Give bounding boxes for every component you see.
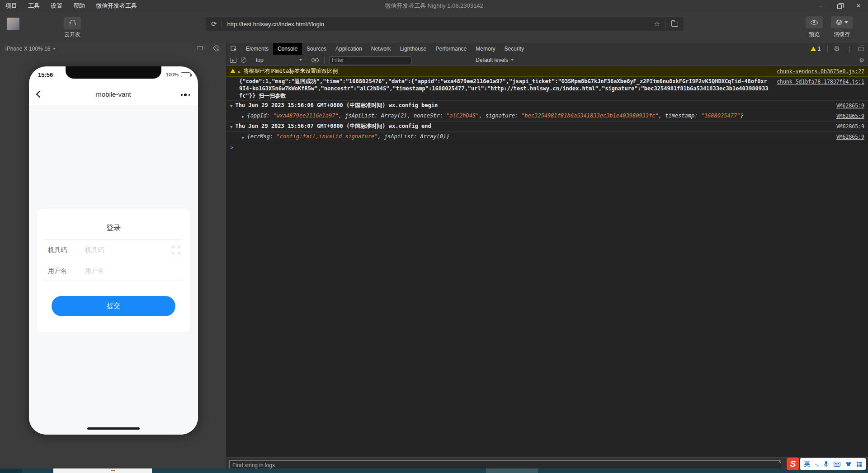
url-input[interactable]: http://test.hnlswy.cn/index.html#/login xyxy=(227,21,649,28)
divider xyxy=(306,56,306,64)
tab-sources[interactable]: Sources xyxy=(302,43,331,55)
keyboard-icon[interactable] xyxy=(834,462,840,467)
undock-icon[interactable] xyxy=(859,47,863,51)
folder-icon[interactable] xyxy=(671,22,678,27)
expand-arrow-icon[interactable]: ▶ xyxy=(238,68,241,75)
console-prompt-icon: > xyxy=(230,144,233,151)
console-settings-icon[interactable]: ⚙ xyxy=(859,57,864,64)
device-selector[interactable]: iPhone X 100% 16 xyxy=(5,46,56,52)
main-toolbar: 云开发 ⟳ http://test.hnlswy.cn/index.html#/… xyxy=(0,12,868,43)
menu-item[interactable]: 设置 xyxy=(45,0,68,12)
field-placeholder[interactable]: 机具码 xyxy=(85,246,104,254)
preview-button[interactable] xyxy=(806,16,823,28)
microphone-icon[interactable] xyxy=(824,461,829,467)
tab-memory[interactable]: Memory xyxy=(471,43,500,55)
strip-segment xyxy=(53,468,152,473)
close-button[interactable]: ✕ xyxy=(849,0,868,12)
layers-icon xyxy=(836,19,842,25)
expand-arrow-icon[interactable]: ▶ xyxy=(242,134,244,141)
menu-item[interactable]: 工具 xyxy=(23,0,45,12)
restore-icon xyxy=(837,5,842,9)
console-row-obj[interactable]: ▶{appId: "wxa4879ee2116e1a97", jsApiList… xyxy=(226,111,868,122)
execution-context-selector[interactable]: top xyxy=(252,57,306,63)
home-indicator[interactable] xyxy=(87,427,140,430)
console-row-obj[interactable]: ▶{errMsg: "config:fail,invalid signature… xyxy=(226,132,868,142)
source-link[interactable]: chunk-vendors.0b3675e0.js:27 xyxy=(777,67,864,75)
tab-console[interactable]: Console xyxy=(273,43,302,55)
source-link[interactable]: VM62865:9 xyxy=(836,133,864,140)
console-row-warning[interactable]: ▶将根据已有的meta标签来设置缩放比例chunk-vendors.0b3675… xyxy=(226,66,868,77)
more-menu-icon[interactable] xyxy=(181,94,190,96)
battery-percent: 100% xyxy=(166,72,179,77)
menu-item[interactable]: 帮助 xyxy=(68,0,90,12)
devtools-pane: ElementsConsoleSourcesApplicationNetwork… xyxy=(226,43,868,473)
divider xyxy=(665,20,666,28)
submit-button[interactable]: 提交 xyxy=(52,296,175,316)
log-levels-selector[interactable]: Default levels xyxy=(476,57,514,63)
message-text: , jsApiList: Array(0)} xyxy=(377,133,449,140)
tab-lighthouse[interactable]: Lighthouse xyxy=(396,43,431,55)
form-field[interactable]: 机具码机具码 xyxy=(37,239,190,260)
scan-icon-button[interactable] xyxy=(172,246,180,256)
page-title: mobile-vant xyxy=(29,90,198,98)
source-link[interactable]: VM62865:9 xyxy=(836,122,864,130)
tab-application[interactable]: Application xyxy=(331,43,367,55)
console-message: 将根据已有的meta标签来设置缩放比例 xyxy=(243,67,769,75)
source-link[interactable]: VM62865:9 xyxy=(836,112,864,120)
console-toolbar: top Default levels ⚙ xyxy=(226,55,868,66)
field-placeholder[interactable]: 用户名 xyxy=(85,267,104,275)
form-field[interactable]: 用户名用户名 xyxy=(37,260,190,281)
console-message: {errMsg: "config:fail,invalid signature"… xyxy=(247,133,828,140)
refresh-icon[interactable]: ⟳ xyxy=(211,20,217,28)
phone-frame: 15:56 100% mobile-vant 登录 机具码机具码用户名用户名 提… xyxy=(29,66,198,435)
avatar[interactable] xyxy=(7,18,19,30)
console-row-prompt[interactable]: > xyxy=(226,142,868,152)
source-link[interactable]: chunk-5d1bfa78.17837f64.js:1 xyxy=(777,78,864,85)
console-filter-input[interactable] xyxy=(329,56,411,64)
tab-network[interactable]: Network xyxy=(367,43,396,55)
live-expression-icon[interactable] xyxy=(311,58,319,62)
title-bar: 项目工具设置帮助微信开发者工具 微信开发者工具 Nightly 1.06.230… xyxy=(0,0,868,12)
multi-window-icon[interactable] xyxy=(198,46,203,50)
login-card: 登录 机具码机具码用户名用户名 提交 xyxy=(37,209,190,332)
ime-collapse-icon[interactable]: ^ xyxy=(778,460,781,466)
login-title: 登录 xyxy=(37,224,190,233)
warnings-badge[interactable]: 1 xyxy=(811,46,821,52)
warning-icon xyxy=(811,47,816,51)
source-link[interactable]: VM62865:9 xyxy=(836,102,864,109)
expand-arrow-icon[interactable]: ▼ xyxy=(230,103,232,110)
expand-arrow-icon[interactable]: ▼ xyxy=(230,123,232,131)
devtools-settings-icon[interactable]: ⚙ xyxy=(834,45,840,53)
kebab-menu-icon[interactable]: ⋮ xyxy=(846,46,852,52)
console-sidebar-toggle-icon[interactable] xyxy=(230,58,236,63)
strip-segment xyxy=(111,470,115,471)
favorite-star-icon[interactable]: ☆ xyxy=(654,20,660,28)
menu-item[interactable]: 项目 xyxy=(0,0,23,12)
tab-elements[interactable]: Elements xyxy=(241,43,273,55)
string-value: "alC2hD4S" xyxy=(446,112,479,119)
rotate-device-icon[interactable] xyxy=(213,45,220,52)
cloud-dev-button[interactable] xyxy=(64,17,81,29)
skin-tshirt-icon[interactable] xyxy=(845,461,852,467)
ime-punctuation-button[interactable]: ·, xyxy=(815,461,819,468)
sogou-logo[interactable]: S xyxy=(787,458,799,470)
chevron-down-icon xyxy=(844,21,848,23)
tab-performance[interactable]: Performance xyxy=(431,43,472,55)
ime-mode-button[interactable]: 英 xyxy=(804,460,810,468)
ime-pill: 英 ·, xyxy=(800,458,866,470)
warning-icon xyxy=(231,69,235,73)
console-row-json[interactable]: {"code":1,"msg":"返回成功","time":"168802547… xyxy=(226,77,868,101)
console-row-group[interactable]: ▼Thu Jun 29 2023 15:56:06 GMT+0800 (中国标准… xyxy=(226,101,868,111)
ime-toolbar: S 英 ·, xyxy=(787,457,866,471)
clear-console-icon[interactable] xyxy=(241,57,246,63)
menu-item[interactable]: 微信开发者工具 xyxy=(90,0,142,12)
inspect-element-icon[interactable] xyxy=(231,46,237,52)
console-row-group[interactable]: ▼Thu Jun 29 2023 15:56:07 GMT+0800 (中国标准… xyxy=(226,122,868,132)
ime-menu-grid-icon[interactable] xyxy=(857,462,862,467)
clear-cache-button[interactable] xyxy=(831,16,853,28)
phone-notch xyxy=(66,66,161,79)
tab-security[interactable]: Security xyxy=(500,43,528,55)
minimize-button[interactable]: ─ xyxy=(811,0,830,12)
expand-arrow-icon[interactable]: ▶ xyxy=(242,113,244,120)
maximize-button[interactable] xyxy=(830,0,849,12)
